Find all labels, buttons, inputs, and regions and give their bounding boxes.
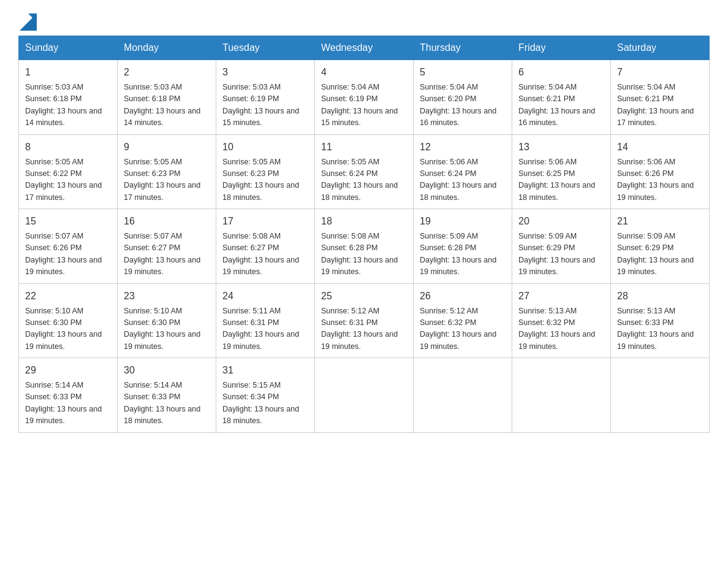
calendar-cell: 13Sunrise: 5:06 AMSunset: 6:25 PMDayligh… — [512, 134, 611, 209]
calendar-cell: 15Sunrise: 5:07 AMSunset: 6:26 PMDayligh… — [19, 209, 118, 284]
day-info: Sunrise: 5:12 AMSunset: 6:31 PMDaylight:… — [321, 305, 407, 353]
day-info: Sunrise: 5:05 AMSunset: 6:22 PMDaylight:… — [25, 156, 111, 204]
day-number: 17 — [222, 214, 308, 229]
calendar-cell: 9Sunrise: 5:05 AMSunset: 6:23 PMDaylight… — [118, 134, 216, 209]
calendar-cell: 10Sunrise: 5:05 AMSunset: 6:23 PMDayligh… — [216, 134, 315, 209]
calendar-week-4: 22Sunrise: 5:10 AMSunset: 6:30 PMDayligh… — [19, 283, 710, 358]
day-number: 26 — [420, 289, 506, 304]
logo — [18, 12, 37, 29]
day-number: 24 — [222, 289, 308, 304]
day-number: 31 — [222, 363, 308, 378]
day-number: 1 — [25, 65, 111, 80]
calendar-cell — [414, 358, 512, 433]
day-number: 25 — [321, 289, 407, 304]
day-info: Sunrise: 5:06 AMSunset: 6:24 PMDaylight:… — [420, 156, 506, 204]
day-info: Sunrise: 5:06 AMSunset: 6:26 PMDaylight:… — [617, 156, 703, 204]
calendar-body: 1Sunrise: 5:03 AMSunset: 6:18 PMDaylight… — [19, 60, 710, 433]
day-info: Sunrise: 5:04 AMSunset: 6:21 PMDaylight:… — [518, 82, 604, 129]
day-number: 23 — [124, 289, 210, 304]
day-info: Sunrise: 5:05 AMSunset: 6:24 PMDaylight:… — [321, 156, 407, 204]
calendar-cell: 19Sunrise: 5:09 AMSunset: 6:28 PMDayligh… — [414, 209, 512, 284]
day-number: 28 — [617, 289, 703, 304]
day-info: Sunrise: 5:04 AMSunset: 6:19 PMDaylight:… — [321, 82, 407, 129]
day-number: 21 — [617, 214, 703, 229]
day-number: 15 — [25, 214, 111, 229]
calendar-cell: 12Sunrise: 5:06 AMSunset: 6:24 PMDayligh… — [414, 134, 512, 209]
calendar-cell: 29Sunrise: 5:14 AMSunset: 6:33 PMDayligh… — [19, 358, 118, 433]
day-number: 14 — [617, 140, 703, 155]
calendar-cell: 21Sunrise: 5:09 AMSunset: 6:29 PMDayligh… — [611, 209, 710, 284]
calendar-cell: 11Sunrise: 5:05 AMSunset: 6:24 PMDayligh… — [315, 134, 414, 209]
day-info: Sunrise: 5:11 AMSunset: 6:31 PMDaylight:… — [222, 305, 308, 353]
calendar-cell: 8Sunrise: 5:05 AMSunset: 6:22 PMDaylight… — [19, 134, 118, 209]
day-number: 18 — [321, 214, 407, 229]
calendar-cell: 20Sunrise: 5:09 AMSunset: 6:29 PMDayligh… — [512, 209, 611, 284]
calendar-week-1: 1Sunrise: 5:03 AMSunset: 6:18 PMDaylight… — [19, 60, 710, 135]
calendar-cell: 3Sunrise: 5:03 AMSunset: 6:19 PMDaylight… — [216, 60, 315, 135]
day-info: Sunrise: 5:09 AMSunset: 6:28 PMDaylight:… — [420, 231, 506, 278]
weekday-header-wednesday: Wednesday — [315, 36, 414, 60]
day-number: 10 — [222, 140, 308, 155]
day-number: 8 — [25, 140, 111, 155]
calendar-cell: 4Sunrise: 5:04 AMSunset: 6:19 PMDaylight… — [315, 60, 414, 135]
day-number: 30 — [124, 363, 210, 378]
calendar-cell: 27Sunrise: 5:13 AMSunset: 6:32 PMDayligh… — [512, 283, 611, 358]
day-info: Sunrise: 5:03 AMSunset: 6:18 PMDaylight:… — [25, 82, 111, 129]
day-number: 3 — [222, 65, 308, 80]
day-info: Sunrise: 5:04 AMSunset: 6:20 PMDaylight:… — [420, 82, 506, 129]
day-number: 12 — [420, 140, 506, 155]
calendar-cell: 2Sunrise: 5:03 AMSunset: 6:18 PMDaylight… — [118, 60, 216, 135]
weekday-header-tuesday: Tuesday — [216, 36, 315, 60]
day-number: 2 — [124, 65, 210, 80]
day-number: 11 — [321, 140, 407, 155]
day-info: Sunrise: 5:09 AMSunset: 6:29 PMDaylight:… — [617, 231, 703, 278]
day-info: Sunrise: 5:15 AMSunset: 6:34 PMDaylight:… — [222, 380, 308, 427]
day-info: Sunrise: 5:04 AMSunset: 6:21 PMDaylight:… — [617, 82, 703, 129]
day-number: 19 — [420, 214, 506, 229]
calendar-cell — [611, 358, 710, 433]
day-info: Sunrise: 5:13 AMSunset: 6:32 PMDaylight:… — [518, 305, 604, 353]
logo-icon — [20, 13, 37, 31]
calendar-cell: 30Sunrise: 5:14 AMSunset: 6:33 PMDayligh… — [118, 358, 216, 433]
weekday-header-thursday: Thursday — [414, 36, 512, 60]
day-number: 6 — [518, 65, 604, 80]
day-number: 16 — [124, 214, 210, 229]
day-info: Sunrise: 5:03 AMSunset: 6:19 PMDaylight:… — [222, 82, 308, 129]
calendar-header: SundayMondayTuesdayWednesdayThursdayFrid… — [19, 36, 710, 60]
day-number: 13 — [518, 140, 604, 155]
day-info: Sunrise: 5:14 AMSunset: 6:33 PMDaylight:… — [25, 380, 111, 427]
day-number: 20 — [518, 214, 604, 229]
day-info: Sunrise: 5:08 AMSunset: 6:27 PMDaylight:… — [222, 231, 308, 278]
day-number: 5 — [420, 65, 506, 80]
weekday-header-monday: Monday — [118, 36, 216, 60]
calendar-week-5: 29Sunrise: 5:14 AMSunset: 6:33 PMDayligh… — [19, 358, 710, 433]
calendar-cell — [512, 358, 611, 433]
day-number: 7 — [617, 65, 703, 80]
calendar-cell: 17Sunrise: 5:08 AMSunset: 6:27 PMDayligh… — [216, 209, 315, 284]
day-info: Sunrise: 5:09 AMSunset: 6:29 PMDaylight:… — [518, 231, 604, 278]
day-info: Sunrise: 5:06 AMSunset: 6:25 PMDaylight:… — [518, 156, 604, 204]
day-info: Sunrise: 5:05 AMSunset: 6:23 PMDaylight:… — [124, 156, 210, 204]
weekday-header-row: SundayMondayTuesdayWednesdayThursdayFrid… — [19, 36, 710, 60]
day-info: Sunrise: 5:14 AMSunset: 6:33 PMDaylight:… — [124, 380, 210, 427]
calendar-cell — [315, 358, 414, 433]
calendar-cell: 26Sunrise: 5:12 AMSunset: 6:32 PMDayligh… — [414, 283, 512, 358]
page-header — [18, 12, 710, 29]
calendar-cell: 24Sunrise: 5:11 AMSunset: 6:31 PMDayligh… — [216, 283, 315, 358]
weekday-header-friday: Friday — [512, 36, 611, 60]
day-number: 27 — [518, 289, 604, 304]
calendar-cell: 18Sunrise: 5:08 AMSunset: 6:28 PMDayligh… — [315, 209, 414, 284]
day-info: Sunrise: 5:10 AMSunset: 6:30 PMDaylight:… — [25, 305, 111, 353]
weekday-header-sunday: Sunday — [19, 36, 118, 60]
calendar-cell: 1Sunrise: 5:03 AMSunset: 6:18 PMDaylight… — [19, 60, 118, 135]
calendar-cell: 7Sunrise: 5:04 AMSunset: 6:21 PMDaylight… — [611, 60, 710, 135]
day-info: Sunrise: 5:05 AMSunset: 6:23 PMDaylight:… — [222, 156, 308, 204]
calendar-table: SundayMondayTuesdayWednesdayThursdayFrid… — [18, 36, 710, 433]
calendar-cell: 5Sunrise: 5:04 AMSunset: 6:20 PMDaylight… — [414, 60, 512, 135]
day-info: Sunrise: 5:13 AMSunset: 6:33 PMDaylight:… — [617, 305, 703, 353]
calendar-cell: 6Sunrise: 5:04 AMSunset: 6:21 PMDaylight… — [512, 60, 611, 135]
calendar-cell: 31Sunrise: 5:15 AMSunset: 6:34 PMDayligh… — [216, 358, 315, 433]
calendar-cell: 22Sunrise: 5:10 AMSunset: 6:30 PMDayligh… — [19, 283, 118, 358]
calendar-week-2: 8Sunrise: 5:05 AMSunset: 6:22 PMDaylight… — [19, 134, 710, 209]
calendar-week-3: 15Sunrise: 5:07 AMSunset: 6:26 PMDayligh… — [19, 209, 710, 284]
